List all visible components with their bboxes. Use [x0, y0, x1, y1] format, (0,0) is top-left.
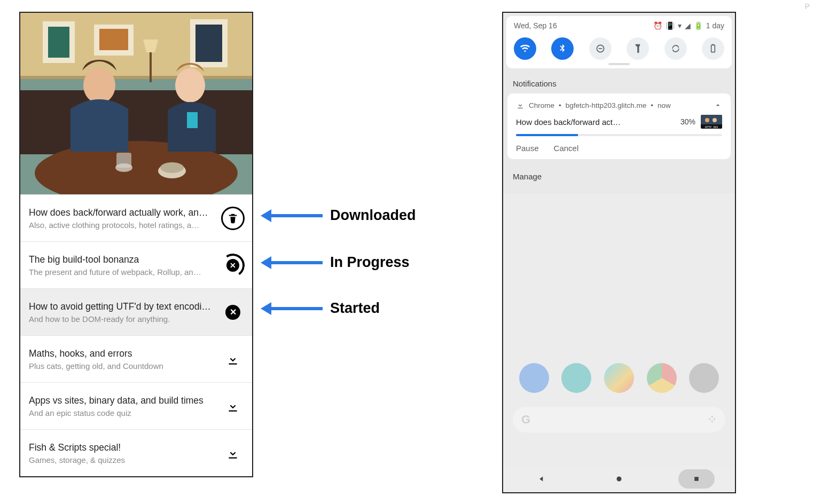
nav-back-button[interactable] — [523, 469, 560, 489]
download-notification[interactable]: Chrome • bgfetch-http203.glitch.me • now… — [507, 93, 731, 159]
notif-progress-fill — [516, 134, 578, 136]
cancel-icon — [225, 305, 240, 320]
episode-row-1[interactable]: The big build-tool bonanza The present a… — [20, 241, 252, 288]
manage-notifications-button[interactable]: Manage — [503, 159, 735, 194]
episode-subtitle: And how to be DOM-ready for anything. — [29, 314, 216, 324]
alarm-icon: ⏰ — [653, 21, 662, 30]
download-icon — [226, 352, 240, 366]
qs-drag-handle[interactable] — [608, 63, 630, 65]
svg-rect-17 — [116, 153, 131, 168]
qs-bluetooth-toggle[interactable] — [551, 37, 574, 60]
cancel-download-button[interactable] — [220, 253, 246, 278]
camera-icon — [689, 363, 719, 393]
battery-text: 1 day — [706, 21, 724, 30]
vibrate-icon: 📳 — [666, 21, 675, 30]
notif-time: now — [658, 101, 671, 109]
svg-rect-4 — [48, 27, 69, 58]
annotation-label: Downloaded — [330, 207, 416, 224]
svg-point-14 — [175, 68, 205, 103]
qs-battery-saver-toggle[interactable] — [702, 37, 724, 60]
arrow-icon — [261, 256, 323, 269]
bluetooth-icon — [557, 43, 568, 54]
notif-pause-button[interactable]: Pause — [516, 144, 539, 153]
svg-rect-8 — [195, 25, 222, 62]
google-g-icon: G — [521, 413, 530, 427]
android-nav-bar — [503, 466, 735, 492]
trash-icon — [221, 207, 245, 230]
svg-rect-6 — [99, 29, 128, 50]
episode-subtitle: The present and future of webpack, Rollu… — [29, 267, 216, 277]
notif-progress-bar — [516, 134, 722, 136]
arrow-icon — [261, 209, 323, 222]
download-button[interactable] — [220, 346, 246, 372]
svg-text:HTTP 203: HTTP 203 — [705, 125, 718, 129]
notif-source: bgfetch-http203.glitch.me — [566, 101, 647, 109]
svg-rect-24 — [701, 115, 722, 124]
annotation-label: Started — [330, 300, 380, 317]
download-icon — [226, 399, 240, 413]
annotation-in-progress: In Progress — [261, 254, 410, 271]
episode-subtitle: Also, active clothing protocols, hotel r… — [29, 220, 216, 230]
cropped-letter: P — [805, 2, 810, 11]
home-screen-backdrop: G ⁘ — [503, 194, 735, 466]
android-phone: Wed, Sep 16 ⏰ 📳 ▾ ◢ 🔋 1 day — [502, 12, 736, 493]
episode-title: Maths, hooks, and errors — [29, 348, 216, 359]
qs-autorotate-toggle[interactable] — [664, 37, 687, 60]
assistant-icon: ⁘ — [707, 413, 717, 427]
qs-dnd-toggle[interactable] — [589, 37, 612, 60]
episode-row-2[interactable]: How to avoid getting UTF'd by text encod… — [20, 288, 252, 335]
rotate-icon — [670, 43, 681, 54]
episode-subtitle: And an epic status code quiz — [29, 408, 216, 418]
svg-rect-30 — [694, 477, 699, 481]
svg-rect-2 — [20, 76, 252, 79]
podcast-app-phone: How does back/forward actually work, an…… — [19, 12, 253, 477]
delete-download-button[interactable] — [220, 206, 246, 231]
play-store-icon — [604, 363, 634, 393]
episode-row-5[interactable]: Fish & Scripts special! Games, storage, … — [20, 429, 252, 476]
flashlight-icon — [632, 43, 643, 54]
svg-rect-9 — [150, 50, 152, 82]
download-button[interactable] — [220, 393, 246, 419]
chevron-up-icon[interactable] — [714, 101, 722, 109]
nav-home-button[interactable] — [601, 469, 637, 489]
annotation-downloaded: Downloaded — [261, 207, 416, 224]
download-button[interactable] — [220, 440, 246, 466]
episode-list: How does back/forward actually work, an…… — [20, 194, 252, 476]
qs-wifi-toggle[interactable] — [514, 37, 536, 60]
episode-subtitle: Plus cats, getting old, and Countdown — [29, 361, 216, 371]
wifi-status-icon: ▾ — [678, 21, 682, 30]
svg-point-19 — [160, 162, 184, 173]
quick-settings-panel: Wed, Sep 16 ⏰ 📳 ▾ ◢ 🔋 1 day — [506, 16, 732, 68]
episode-title: How does back/forward actually work, an… — [29, 207, 216, 218]
status-date: Wed, Sep 16 — [514, 21, 557, 30]
status-icons: ⏰ 📳 ▾ ◢ 🔋 1 day — [653, 21, 724, 30]
annotation-label: In Progress — [330, 254, 410, 271]
nav-recents-button[interactable] — [678, 469, 715, 489]
notifications-header: Notifications — [503, 72, 735, 93]
notif-separator: • — [559, 101, 561, 109]
dnd-icon — [595, 43, 606, 54]
arrow-icon — [261, 302, 323, 315]
svg-rect-23 — [712, 44, 714, 45]
messages-app-icon — [561, 363, 591, 393]
episode-row-4[interactable]: Apps vs sites, binary data, and build ti… — [20, 382, 252, 429]
signal-icon: ◢ — [685, 21, 691, 30]
download-icon — [516, 101, 525, 109]
notif-app-name: Chrome — [529, 101, 554, 109]
qs-flashlight-toggle[interactable] — [627, 37, 649, 60]
episode-row-0[interactable]: How does back/forward actually work, an…… — [20, 194, 252, 241]
svg-point-29 — [616, 477, 621, 482]
download-icon — [226, 446, 240, 460]
svg-rect-15 — [187, 112, 198, 128]
svg-point-26 — [713, 118, 717, 122]
svg-point-13 — [83, 67, 115, 104]
battery-saver-icon — [708, 43, 718, 54]
hero-image — [20, 13, 252, 194]
notif-cancel-button[interactable]: Cancel — [554, 144, 579, 153]
annotation-started: Started — [261, 300, 380, 317]
cancel-download-button[interactable] — [220, 300, 246, 325]
wifi-icon — [520, 43, 530, 54]
episode-row-3[interactable]: Maths, hooks, and errors Plus cats, gett… — [20, 335, 252, 382]
notif-separator: • — [651, 101, 653, 109]
svg-rect-21 — [598, 48, 602, 49]
